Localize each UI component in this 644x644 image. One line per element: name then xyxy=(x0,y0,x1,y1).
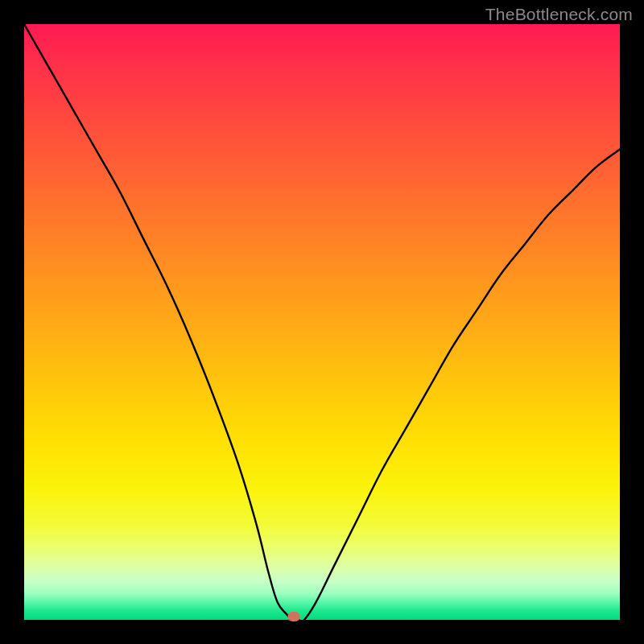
plot-area xyxy=(24,24,620,620)
min-marker xyxy=(288,612,300,621)
curve-svg xyxy=(24,24,620,620)
chart-stage: TheBottleneck.com xyxy=(0,0,644,644)
bottleneck-curve xyxy=(24,24,620,620)
watermark-text: TheBottleneck.com xyxy=(485,5,633,24)
